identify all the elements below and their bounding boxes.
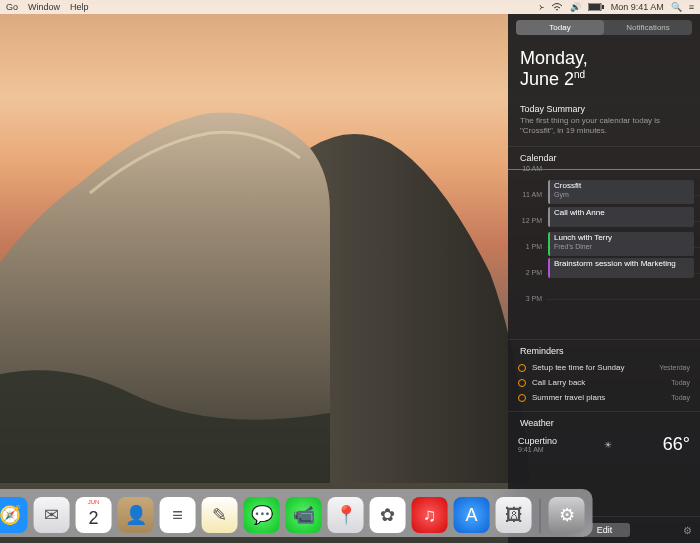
dock-reminders[interactable]: ≡ [160,497,196,533]
date-header: Monday, June 2nd [508,35,700,100]
svg-rect-2 [602,5,604,9]
dock-calendar[interactable]: JUN2 [76,497,112,533]
spotlight-icon[interactable]: 🔍 [671,2,682,12]
calendar-event[interactable]: Call with Anne [548,207,694,227]
dock-mail[interactable]: ✉ [34,497,70,533]
event-location: Gym [554,191,690,199]
svg-rect-1 [589,4,600,10]
tab-notifications[interactable]: Notifications [604,20,692,35]
hour-label: 11 AM [516,191,542,198]
reminder-checkbox[interactable] [518,394,526,402]
battery-icon[interactable] [588,3,604,11]
notification-center-icon[interactable]: ≡ [689,2,694,12]
calendar-event[interactable]: Brainstorm session with Marketing [548,258,694,278]
reminder-due: Today [671,379,690,386]
reminders-list: Setup tee time for SundayYesterdayCall L… [508,358,700,409]
reminder-title: Setup tee time for Sunday [532,363,625,372]
reminders-title: Reminders [508,342,700,358]
reminder-item[interactable]: Setup tee time for SundayYesterday [518,360,690,375]
weather-title: Weather [508,414,700,430]
reminder-title: Call Larry back [532,378,585,387]
calendar-timeline: 9:41 AM 10 AM11 AM12 PM1 PM2 PM3 PM Cros… [508,169,700,337]
dock-settings[interactable]: ⚙ [549,497,585,533]
dock-itunes[interactable]: ♫ [412,497,448,533]
weather-temp: 66° [663,434,690,455]
summary-title: Today Summary [508,100,700,116]
bluetooth-icon[interactable]: ᚛ [539,2,544,12]
event-title: Crossfit [554,182,690,191]
reminder-due: Yesterday [659,364,690,371]
hour-label: 1 PM [516,243,542,250]
calendar-event[interactable]: CrossfitGym [548,180,694,204]
hour-label: 2 PM [516,269,542,276]
menu-go[interactable]: Go [6,2,18,12]
event-title: Brainstorm session with Marketing [554,260,690,269]
date-monthday: June 2 [520,69,574,89]
dock-facetime[interactable]: 📹 [286,497,322,533]
dock-notes[interactable]: ✎ [202,497,238,533]
hour-label: 3 PM [516,295,542,302]
dock-photos[interactable]: ✿ [370,497,406,533]
date-weekday: Monday, [520,49,688,69]
wifi-icon[interactable] [551,3,563,12]
dock-contacts[interactable]: 👤 [118,497,154,533]
dock-safari[interactable]: 🧭 [0,497,28,533]
calendar-title: Calendar [508,149,700,165]
hour-label: 10 AM [516,165,542,172]
weather-time: 9:41 AM [518,446,557,453]
desktop: GoWindowHelp ᚛ 🔊 Mon 9:41 AM 🔍 ≡ [0,0,700,543]
reminder-checkbox[interactable] [518,364,526,372]
hour-label: 12 PM [516,217,542,224]
reminder-title: Summer travel plans [532,393,605,402]
weather-widget[interactable]: Cupertino 9:41 AM ☀ 66° [508,430,700,457]
summary-text: The first thing on your calendar today i… [508,116,700,145]
reminder-due: Today [671,394,690,401]
weather-location: Cupertino [518,436,557,446]
reminder-item[interactable]: Summer travel plansToday [518,390,690,405]
event-title: Call with Anne [554,209,690,218]
dock-messages[interactable]: 💬 [244,497,280,533]
nc-tabs: Today Notifications [516,20,692,35]
reminder-checkbox[interactable] [518,379,526,387]
sun-icon: ☀ [604,440,612,450]
date-suffix: nd [574,69,585,80]
event-title: Lunch with Terry [554,234,690,243]
gear-icon[interactable]: ⚙ [683,525,692,536]
dock: ☺🚀🧭✉JUN2👤≡✎💬📹📍✿♫A🖼⚙ [0,489,593,537]
clock[interactable]: Mon 9:41 AM [611,2,664,12]
notification-center: Today Notifications Monday, June 2nd Tod… [508,14,700,543]
dock-preview[interactable]: 🖼 [496,497,532,533]
menubar: GoWindowHelp ᚛ 🔊 Mon 9:41 AM 🔍 ≡ [0,0,700,14]
menu-help[interactable]: Help [70,2,89,12]
tab-today[interactable]: Today [516,20,604,35]
reminder-item[interactable]: Call Larry backToday [518,375,690,390]
dock-appstore[interactable]: A [454,497,490,533]
event-location: Fred's Diner [554,243,690,251]
volume-icon[interactable]: 🔊 [570,2,581,12]
wallpaper-mountain [0,53,530,483]
menu-window[interactable]: Window [28,2,60,12]
calendar-event[interactable]: Lunch with TerryFred's Diner [548,232,694,256]
dock-maps[interactable]: 📍 [328,497,364,533]
